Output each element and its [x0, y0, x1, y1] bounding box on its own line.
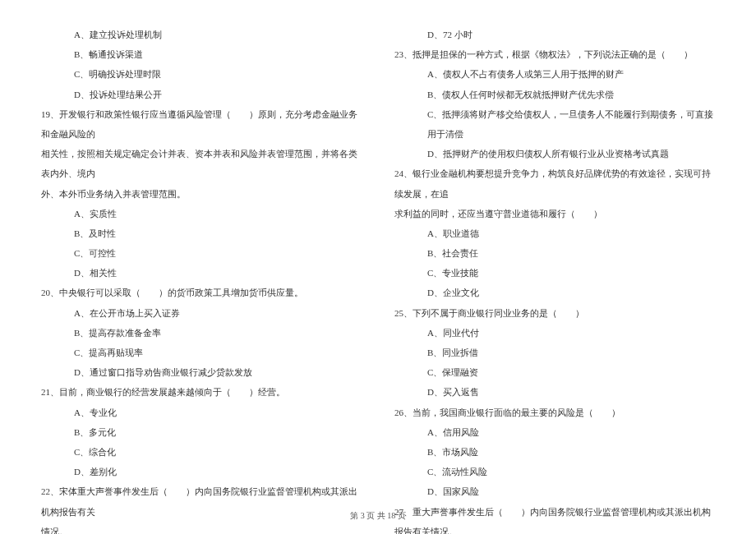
q21-option-b: B、多元化 [41, 422, 362, 442]
q19-stem-line3: 外、本外币业务纳入并表管理范围。 [41, 184, 362, 204]
q23-option-c: C、抵押须将财产移交给债权人，一旦债务人不能履行到期债务，可直接用于清偿 [394, 104, 715, 144]
q26-option-c: C、流动性风险 [394, 462, 715, 481]
q21-stem: 21、目前，商业银行的经营发展越来越倾向于（ ）经营。 [41, 382, 362, 402]
q24-option-c: C、专业技能 [394, 263, 715, 283]
q26-stem: 26、当前，我国商业银行面临的最主要的风险是（ ） [394, 403, 715, 422]
q20-option-b: B、提高存款准备金率 [41, 323, 362, 343]
left-column: A、建立投诉处理机制 B、畅通投诉渠道 C、明确投诉处理时限 D、投诉处理结果公… [41, 25, 362, 501]
q24-stem-line1: 24、银行业金融机构要想提升竞争力，构筑良好品牌优势的有效途径，实现可持续发展，… [394, 163, 715, 203]
q19-option-a: A、实质性 [41, 204, 362, 223]
q23-option-b: B、债权人任何时候都无权就抵押财产优先求偿 [394, 85, 715, 104]
q25-option-c: C、保理融资 [394, 362, 715, 382]
content-area: A、建立投诉处理机制 B、畅通投诉渠道 C、明确投诉处理时限 D、投诉处理结果公… [41, 25, 715, 501]
q20-stem: 20、中央银行可以采取（ ）的货币政策工具增加货币供应量。 [41, 283, 362, 302]
q23-option-a: A、债权人不占有债务人或第三人用于抵押的财产 [394, 64, 715, 84]
q19-option-b: B、及时性 [41, 223, 362, 243]
q20-option-d: D、通过窗口指导劝告商业银行减少贷款发放 [41, 362, 362, 382]
q21-option-d: D、差别化 [41, 462, 362, 481]
right-column: D、72 小时 23、抵押是担保的一种方式，根据《物权法》，下列说法正确的是（ … [394, 25, 715, 501]
q25-option-a: A、同业代付 [394, 323, 715, 343]
q24-option-a: A、职业道德 [394, 223, 715, 243]
q25-stem: 25、下列不属于商业银行同业业务的是（ ） [394, 303, 715, 323]
page-footer: 第 3 页 共 18 页 [0, 510, 756, 522]
q18-option-b: B、畅通投诉渠道 [41, 44, 362, 64]
q25-option-b: B、同业拆借 [394, 343, 715, 362]
q18-option-c: C、明确投诉处理时限 [41, 64, 362, 84]
q18-option-d: D、投诉处理结果公开 [41, 85, 362, 104]
q26-option-b: B、市场风险 [394, 442, 715, 462]
q20-option-a: A、在公开市场上买入证券 [41, 303, 362, 323]
q18-option-a: A、建立投诉处理机制 [41, 25, 362, 44]
q25-option-d: D、买入返售 [394, 382, 715, 402]
q22-stem-line2: 情况。 [41, 522, 362, 534]
q19-stem-line1: 19、开发银行和政策性银行应当遵循风险管理（ ）原则，充分考虑金融业务和金融风险… [41, 104, 362, 144]
q24-option-d: D、企业文化 [394, 283, 715, 302]
q21-option-c: C、综合化 [41, 442, 362, 462]
q26-option-d: D、国家风险 [394, 481, 715, 501]
q23-option-d: D、抵押财产的使用权归债权人所有银行业从业资格考试真题 [394, 144, 715, 163]
q22-option-d: D、72 小时 [394, 25, 715, 44]
q19-stem-line2: 相关性，按照相关规定确定会计并表、资本并表和风险并表管理范围，并将各类表内外、境… [41, 144, 362, 183]
q24-option-b: B、社会责任 [394, 243, 715, 263]
q21-option-a: A、专业化 [41, 403, 362, 422]
q19-option-d: D、相关性 [41, 263, 362, 283]
q26-option-a: A、信用风险 [394, 422, 715, 442]
q23-stem: 23、抵押是担保的一种方式，根据《物权法》，下列说法正确的是（ ） [394, 44, 715, 64]
q19-option-c: C、可控性 [41, 243, 362, 263]
q24-stem-line2: 求利益的同时，还应当遵守普业道德和履行（ ） [394, 204, 715, 223]
q20-option-c: C、提高再贴现率 [41, 343, 362, 362]
